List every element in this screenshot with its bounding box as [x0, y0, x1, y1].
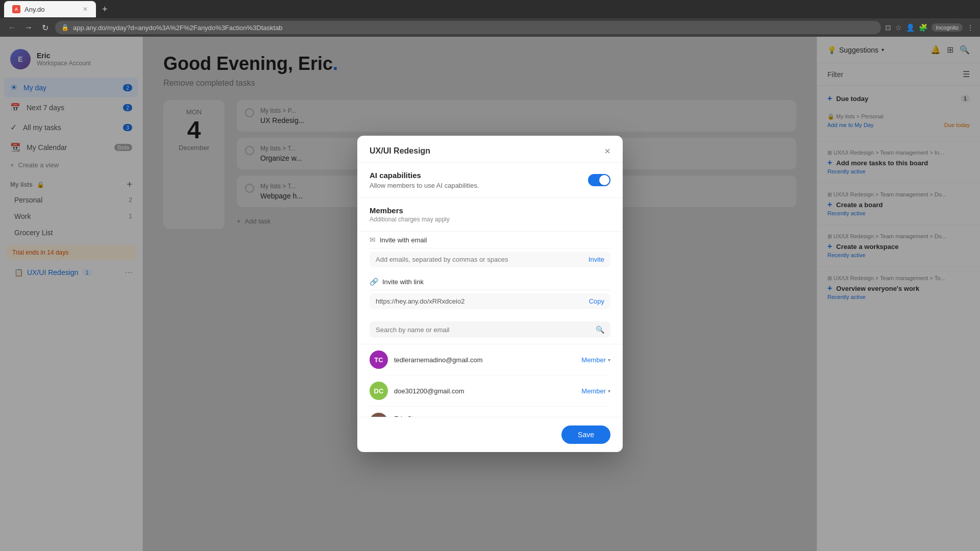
- invite-button[interactable]: Invite: [589, 256, 604, 263]
- extensions-icon[interactable]: 🧩: [919, 23, 927, 32]
- members-subtitle: Additional charges may apply: [370, 216, 610, 223]
- browser-toolbar: ← → ↻ 🔒 app.any.do/myday?d=anydo%3A%2F%2…: [0, 18, 980, 37]
- browser-chrome: A Any.do ✕ + ← → ↻ 🔒 app.any.do/myday?d=…: [0, 0, 980, 37]
- cast-icon: ⊡: [885, 23, 891, 32]
- modal-header: UX/UI Redesign ×: [357, 136, 623, 163]
- member-avatar: ES: [370, 413, 388, 417]
- search-input-wrap: 🔍: [370, 321, 610, 338]
- member-row: ES Eric Stowe c386f444@moodjoy.com Admin…: [370, 407, 610, 417]
- members-title-section: Members Additional charges may apply: [357, 198, 623, 232]
- member-info: doe301200@gmail.com: [394, 387, 464, 395]
- chevron-down-icon: ▾: [608, 357, 610, 363]
- member-avatar: DC: [370, 382, 388, 400]
- invite-email-input[interactable]: [376, 256, 584, 263]
- incognito-badge: Incognito: [932, 23, 963, 32]
- search-icon: 🔍: [596, 325, 604, 334]
- lock-icon: 🔒: [61, 24, 69, 31]
- member-email: doe301200@gmail.com: [394, 387, 464, 395]
- new-tab-button[interactable]: +: [98, 4, 112, 15]
- active-tab[interactable]: A Any.do ✕: [4, 1, 96, 17]
- search-section: 🔍: [357, 315, 623, 344]
- menu-icon[interactable]: ⋮: [967, 23, 974, 32]
- invite-email-input-wrap: Invite: [370, 252, 610, 267]
- reload-button[interactable]: ↻: [39, 23, 51, 33]
- tab-close-button[interactable]: ✕: [83, 6, 88, 13]
- members-title: Members: [370, 206, 610, 215]
- member-role-label: Member: [581, 387, 606, 395]
- email-icon: ✉: [370, 236, 376, 244]
- member-role-dropdown[interactable]: Member ▾: [581, 356, 610, 364]
- bookmark-icon[interactable]: ☆: [895, 23, 902, 32]
- forward-button[interactable]: →: [22, 23, 35, 32]
- invite-link-row-input: https://hey.any.do/xRRxdceio2 Copy: [370, 293, 610, 309]
- member-search-input[interactable]: [376, 326, 592, 334]
- save-button[interactable]: Save: [561, 425, 610, 444]
- ai-label: AI capabilities: [370, 171, 479, 180]
- invite-link-row: 🔗 Invite with link: [370, 273, 610, 290]
- member-avatar: TC: [370, 350, 388, 369]
- member-role-dropdown[interactable]: Member ▾: [581, 387, 610, 395]
- member-row: TC tedlerarnemadino@gmail.com Member ▾: [370, 344, 610, 375]
- modal-close-button[interactable]: ×: [604, 146, 610, 156]
- invite-email-label: Invite with email: [380, 236, 427, 244]
- link-icon: 🔗: [370, 278, 378, 286]
- modal-overlay: UX/UI Redesign × AI capabilities Allow m…: [0, 37, 980, 551]
- tab-favicon: A: [12, 5, 20, 13]
- ai-capabilities-section: AI capabilities Allow members to use AI …: [357, 163, 623, 198]
- member-row: DC doe301200@gmail.com Member ▾: [370, 375, 610, 407]
- invite-email-row: ✉ Invite with email: [370, 232, 610, 248]
- modal-title: UX/UI Redesign: [370, 146, 430, 156]
- url-bar[interactable]: 🔒 app.any.do/myday?d=anydo%3A%2F%2Fanydo…: [55, 21, 881, 34]
- ai-toggle[interactable]: [588, 174, 610, 186]
- url-text: app.any.do/myday?d=anydo%3A%2F%2Fanydo%3…: [73, 24, 283, 32]
- chevron-down-icon: ▾: [608, 388, 610, 394]
- copy-link-button[interactable]: Copy: [589, 297, 604, 305]
- member-email: tedlerarnemadino@gmail.com: [394, 356, 483, 364]
- ai-text: AI capabilities Allow members to use AI …: [370, 171, 479, 189]
- ai-description: Allow members to use AI capabilities.: [370, 182, 479, 189]
- member-info: tedlerarnemadino@gmail.com: [394, 356, 483, 364]
- invite-link-url: https://hey.any.do/xRRxdceio2: [376, 297, 585, 305]
- toolbar-icons: ⊡ ☆ 👤 🧩 Incognito ⋮: [885, 23, 974, 32]
- browser-tabs: A Any.do ✕ +: [0, 0, 980, 18]
- modal-footer: Save: [357, 417, 623, 452]
- modal: UX/UI Redesign × AI capabilities Allow m…: [357, 136, 623, 452]
- invite-link-label: Invite with link: [382, 278, 424, 286]
- profile-icon[interactable]: 👤: [906, 23, 915, 32]
- invite-email-section: ✉ Invite with email Invite: [357, 232, 623, 273]
- tab-label: Any.do: [24, 6, 45, 13]
- members-list: TC tedlerarnemadino@gmail.com Member ▾ D…: [357, 344, 623, 417]
- modal-body: AI capabilities Allow members to use AI …: [357, 163, 623, 417]
- back-button[interactable]: ←: [6, 23, 18, 32]
- member-role-label: Member: [581, 356, 606, 364]
- ai-section: AI capabilities Allow members to use AI …: [370, 171, 610, 189]
- invite-link-section: 🔗 Invite with link https://hey.any.do/xR…: [357, 273, 623, 315]
